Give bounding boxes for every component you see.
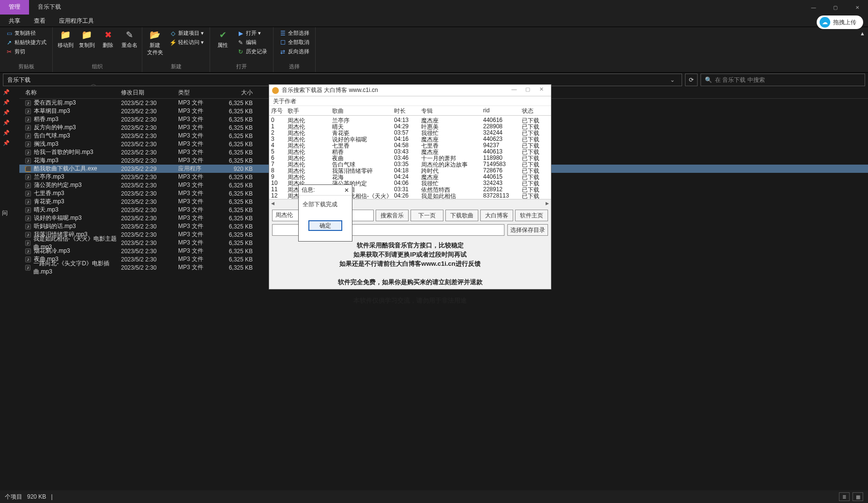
app-next-button[interactable]: 下一页 bbox=[411, 210, 443, 221]
file-size: 6,325 KB bbox=[227, 256, 260, 263]
history-icon: ↻ bbox=[237, 48, 244, 55]
close-icon[interactable]: ✕ bbox=[846, 0, 868, 15]
app-row[interactable]: 7周杰伦告白气球03:35周杰伦的床边故事7149583已下载 bbox=[269, 160, 551, 166]
properties-button[interactable]: ✔属性 bbox=[214, 29, 231, 49]
file-size: 6,325 KB bbox=[227, 157, 260, 164]
history-button[interactable]: ↻历史记录 bbox=[235, 47, 269, 56]
statusbar: 个项目 920 KB | ≣ ▦ bbox=[0, 490, 868, 503]
maximize-icon[interactable]: ▢ bbox=[824, 0, 846, 15]
open-button[interactable]: ▶打开 ▾ bbox=[235, 29, 269, 37]
hdr-dur[interactable]: 时长 bbox=[392, 106, 419, 115]
tab-music-download[interactable]: 音乐下载 bbox=[29, 0, 70, 15]
properties-icon: ✔ bbox=[217, 29, 228, 41]
col-size[interactable]: 大小 bbox=[227, 89, 260, 97]
file-type: MP3 文件 bbox=[178, 198, 227, 206]
view-details-icon[interactable]: ≣ bbox=[839, 492, 850, 501]
hdr-song[interactable]: 歌曲 bbox=[330, 106, 392, 115]
file-date: 2023/5/2 2:30 bbox=[121, 157, 178, 164]
paste-shortcut-button[interactable]: ↗粘贴快捷方式 bbox=[4, 38, 48, 46]
menu-apptools[interactable]: 应用程序工具 bbox=[52, 15, 101, 27]
file-size: 6,325 KB bbox=[227, 141, 260, 148]
tab-menubar: 共享 查看 应用程序工具 bbox=[0, 15, 868, 27]
view-thumbs-icon[interactable]: ▦ bbox=[853, 492, 863, 501]
pin-icon[interactable]: 📌 bbox=[0, 97, 19, 107]
file-type: MP3 文件 bbox=[178, 189, 227, 198]
app-titlebar[interactable]: 音乐搜索下载器 大白博客 www.c1i.cn — ▢ ✕ bbox=[269, 85, 551, 96]
rename-icon: ✎ bbox=[123, 29, 135, 41]
search-input[interactable]: 🔍 在 音乐下载 中搜索 bbox=[700, 74, 865, 86]
app-search-button[interactable]: 搜索音乐 bbox=[376, 210, 409, 221]
chevron-down-icon[interactable]: ⌄ bbox=[667, 76, 678, 83]
file-date: 2023/5/2 2:30 bbox=[121, 100, 178, 107]
ribbon-group-label: 选择 bbox=[277, 63, 311, 71]
hdr-seq[interactable]: 序号 bbox=[269, 106, 286, 115]
app-blog-button[interactable]: 大白博客 bbox=[480, 210, 513, 221]
app-row[interactable]: 0周杰伦兰亭序04:13魔杰座440616已下载 bbox=[269, 116, 551, 122]
new-folder-button[interactable]: 📂新建 文件夹 bbox=[146, 29, 164, 56]
pin-icon[interactable]: 📌 bbox=[0, 128, 19, 138]
invert-selection-button[interactable]: ⇄反向选择 bbox=[277, 47, 311, 56]
hdr-artist[interactable]: 歌手 bbox=[286, 106, 330, 115]
edit-button[interactable]: ✎编辑 bbox=[235, 38, 269, 46]
app-row[interactable]: 3周杰伦说好的幸福呢04:16魔杰座440623已下载 bbox=[269, 135, 551, 141]
select-all-button[interactable]: ☰全部选择 bbox=[277, 29, 311, 37]
app-row[interactable]: 1周杰伦晴天04:29叶惠美228908已下载 bbox=[269, 122, 551, 128]
collapse-ribbon-icon[interactable]: ▲ bbox=[860, 30, 865, 36]
cut-icon: ✂ bbox=[6, 48, 13, 55]
minimize-icon[interactable]: — bbox=[803, 0, 824, 15]
file-name: 爱在西元前.mp3 bbox=[34, 99, 76, 107]
rename-button[interactable]: ✎重命名 bbox=[121, 29, 138, 49]
new-item-button[interactable]: ◇新建项目 ▾ bbox=[168, 29, 206, 37]
col-name[interactable]: 名称 bbox=[19, 89, 121, 97]
move-icon: 📁 bbox=[60, 29, 71, 41]
search-icon: 🔍 bbox=[705, 76, 712, 83]
msg-ok-button[interactable]: 确定 bbox=[308, 220, 342, 231]
app-row[interactable]: 4周杰伦七里香04:58七里香94237已下载 bbox=[269, 141, 551, 147]
col-date[interactable]: 修改日期 bbox=[121, 89, 178, 97]
copy-path-button[interactable]: ▭复制路径 bbox=[4, 29, 48, 37]
pin-icon[interactable]: 📌 bbox=[0, 138, 19, 148]
file-name: 告白气球.mp3 bbox=[34, 132, 70, 140]
mp3-icon: ♪ bbox=[25, 133, 31, 139]
cut-button[interactable]: ✂剪切 bbox=[4, 47, 48, 56]
move-to-button[interactable]: 📁移动到 bbox=[57, 29, 74, 49]
app-row[interactable]: 2周杰伦青花瓷03:57我很忙324244已下载 bbox=[269, 128, 551, 135]
tab-manage[interactable]: 管理 bbox=[0, 0, 29, 15]
app-row[interactable]: 6周杰伦夜曲03:46十一月的萧邦118980已下载 bbox=[269, 153, 551, 160]
hdr-state[interactable]: 状态 bbox=[520, 106, 542, 115]
copy-to-button[interactable]: 📁复制到 bbox=[78, 29, 95, 49]
col-type[interactable]: 类型 bbox=[178, 89, 227, 97]
app-download-button[interactable]: 下载歌曲 bbox=[445, 210, 478, 221]
app-menu-about[interactable]: 关于作者 bbox=[273, 98, 296, 105]
msg-close-icon[interactable]: ✕ bbox=[344, 187, 349, 194]
pin-icon[interactable]: 📌 bbox=[0, 107, 19, 118]
app-row[interactable]: 8周杰伦我落泪情绪零碎04:18跨时代728676已下载 bbox=[269, 166, 551, 172]
app-choose-dir-button[interactable]: 选择保存目录 bbox=[507, 224, 548, 236]
app-row[interactable]: 9周杰伦花海04:24魔杰座440615已下载 bbox=[269, 172, 551, 179]
hdr-rid[interactable]: rid bbox=[481, 106, 520, 115]
app-maximize-icon[interactable]: ▢ bbox=[521, 86, 534, 95]
pin-icon[interactable]: 📌 bbox=[0, 118, 19, 128]
pin-icon[interactable]: 📌 bbox=[0, 87, 19, 97]
hdr-album[interactable]: 专辑 bbox=[419, 106, 481, 115]
file-size: 6,325 KB bbox=[227, 190, 260, 197]
mp3-icon: ♪ bbox=[25, 248, 31, 254]
app-minimize-icon[interactable]: — bbox=[507, 86, 521, 95]
menu-share[interactable]: 共享 bbox=[2, 15, 27, 27]
sort-chevron-icon[interactable]: ︿ bbox=[91, 80, 96, 88]
app-home-button[interactable]: 软件主页 bbox=[515, 210, 548, 221]
delete-button[interactable]: ✖删除 bbox=[99, 29, 117, 49]
refresh-button[interactable]: ⟳ bbox=[685, 74, 698, 86]
file-type: MP3 文件 bbox=[178, 230, 227, 239]
file-size: 6,325 KB bbox=[227, 231, 260, 238]
app-close-icon[interactable]: ✕ bbox=[534, 86, 548, 95]
menu-view[interactable]: 查看 bbox=[27, 15, 52, 27]
file-type: MP3 文件 bbox=[178, 255, 227, 263]
file-size: 6,325 KB bbox=[227, 240, 260, 246]
select-none-button[interactable]: ☐全部取消 bbox=[277, 38, 311, 46]
breadcrumb[interactable]: 音乐下载 bbox=[7, 76, 30, 84]
file-name: 七里香.mp3 bbox=[34, 189, 64, 198]
easy-access-button[interactable]: ⚡轻松访问 ▾ bbox=[168, 38, 206, 46]
upload-badge[interactable]: ☁ 拖拽上传 bbox=[817, 15, 863, 29]
app-row[interactable]: 5周杰伦稻香03:43魔杰座440613已下载 bbox=[269, 147, 551, 153]
